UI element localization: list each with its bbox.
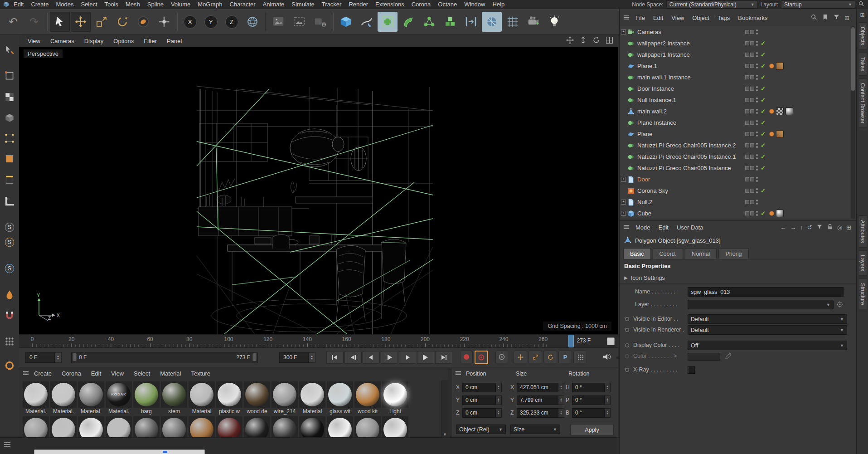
- material-thumbnail[interactable]: [244, 381, 270, 408]
- jump-start-button[interactable]: [326, 351, 344, 364]
- render-check-icon[interactable]: ✓: [761, 97, 766, 103]
- range-start-grip[interactable]: [73, 353, 77, 361]
- material-thumbnail[interactable]: [50, 381, 77, 408]
- object-row-cube[interactable]: +Cube✓: [620, 208, 850, 219]
- material-thumbnail[interactable]: [216, 416, 242, 437]
- size-mode-dropdown[interactable]: Size▼: [510, 425, 560, 434]
- texture-tag-icon[interactable]: [786, 107, 793, 115]
- layer-square[interactable]: [745, 30, 749, 34]
- material-item[interactable]: [354, 416, 382, 437]
- make-editable-button[interactable]: [2, 42, 17, 58]
- deformer-tool-button[interactable]: [398, 12, 418, 32]
- material-item[interactable]: Material.: [78, 381, 105, 415]
- render-check-icon[interactable]: ✓: [761, 108, 766, 115]
- jump-end-button[interactable]: [435, 351, 452, 364]
- layer-square[interactable]: [745, 189, 749, 193]
- menubar-search-icon[interactable]: [858, 0, 864, 8]
- expander-icon[interactable]: +: [621, 200, 626, 205]
- menubar-item-extensions[interactable]: Extensions: [372, 1, 408, 8]
- material-item[interactable]: Material.: [50, 381, 78, 415]
- material-item[interactable]: glass wit: [327, 381, 354, 415]
- layer-square[interactable]: [745, 121, 749, 125]
- material-thumbnail[interactable]: [327, 416, 353, 437]
- back-icon[interactable]: ←: [780, 224, 786, 231]
- object-row-plane-instance[interactable]: Plane Instance✓: [620, 117, 850, 128]
- menubar-item-render[interactable]: Render: [345, 1, 372, 8]
- material-thumbnail[interactable]: [50, 416, 77, 437]
- bookmark-icon[interactable]: [822, 14, 829, 22]
- layer-square[interactable]: [745, 75, 749, 79]
- spinner-arrows-icon[interactable]: ▲▼: [496, 395, 502, 405]
- key-parameter-toggle[interactable]: P: [558, 351, 572, 363]
- material-thumbnail[interactable]: [299, 381, 325, 408]
- object-manager-menu-file[interactable]: File: [631, 15, 649, 21]
- material-thumbnail[interactable]: [327, 381, 353, 408]
- layer-square[interactable]: [750, 132, 754, 136]
- visibility-dots[interactable]: [756, 63, 758, 68]
- material-item[interactable]: [327, 416, 354, 437]
- material-thumbnail[interactable]: [189, 416, 215, 437]
- filter-icon[interactable]: [833, 14, 840, 22]
- keyframe-ring-icon[interactable]: [625, 328, 629, 332]
- object-manager-menu-view[interactable]: View: [667, 15, 688, 21]
- visibility-dots[interactable]: [756, 177, 758, 182]
- spinner-arrows-icon[interactable]: ▲▼: [496, 408, 502, 418]
- spinner-arrows-icon[interactable]: ▲▼: [55, 352, 62, 363]
- primitive-cube-tool-button[interactable]: [336, 12, 356, 32]
- layer-square[interactable]: [750, 121, 754, 125]
- attribute-menu-edit[interactable]: Edit: [655, 224, 673, 231]
- render-view-tool-button[interactable]: [268, 12, 288, 32]
- attribute-menu-icon[interactable]: [623, 224, 630, 231]
- workplane-tool-button[interactable]: [503, 12, 523, 32]
- lock-y-tool-button[interactable]: Y: [201, 12, 221, 32]
- visibility-dots[interactable]: [756, 188, 758, 193]
- visibility-dots[interactable]: [756, 29, 758, 34]
- object-manager-menu-object[interactable]: Object: [688, 15, 713, 21]
- pan-view-icon[interactable]: [566, 36, 574, 45]
- axis-tool-tool-button[interactable]: [154, 12, 174, 32]
- layer-square[interactable]: [745, 87, 749, 91]
- render-check-icon[interactable]: ✓: [761, 85, 766, 92]
- object-row-door-instance[interactable]: Door Instance✓: [620, 83, 850, 94]
- paint-tool-button[interactable]: [2, 287, 17, 303]
- material-item[interactable]: [244, 416, 271, 437]
- material-item[interactable]: [23, 416, 50, 437]
- layer-square[interactable]: [745, 211, 749, 215]
- material-menu-texture[interactable]: Texture: [186, 370, 215, 377]
- layer-square[interactable]: [750, 30, 754, 34]
- material-item[interactable]: [299, 416, 326, 437]
- up-icon[interactable]: ↑: [800, 224, 803, 231]
- menubar-item-tools[interactable]: Tools: [101, 1, 122, 8]
- search-icon[interactable]: [810, 14, 817, 22]
- render-check-icon[interactable]: ✓: [761, 210, 766, 217]
- material-panel-menu-icon[interactable]: [23, 370, 29, 377]
- material-thumbnail[interactable]: [161, 416, 187, 437]
- menubar-item-corona[interactable]: Corona: [408, 1, 435, 8]
- rotate-view-icon[interactable]: [592, 36, 600, 45]
- tab-normal[interactable]: Normal: [685, 248, 717, 259]
- layer-square[interactable]: [750, 41, 754, 45]
- material-item[interactable]: [161, 416, 188, 437]
- lock-icon[interactable]: [827, 224, 833, 231]
- material-thumbnail[interactable]: [23, 416, 49, 437]
- rotate-tool-button[interactable]: [112, 12, 132, 32]
- range-end-grip[interactable]: [252, 353, 257, 361]
- viewport-menu-cameras[interactable]: Cameras: [45, 38, 79, 44]
- subdivision-surface-tool-button[interactable]: [378, 12, 398, 32]
- material-item[interactable]: stem: [161, 381, 188, 415]
- menubar-item-create[interactable]: Create: [27, 1, 52, 8]
- object-row-plane[interactable]: Plane✓: [620, 128, 850, 140]
- tab-basic[interactable]: Basic: [623, 248, 651, 259]
- material-thumbnail[interactable]: KODAK: [106, 381, 132, 408]
- current-frame-spinner[interactable]: 0 F ▲▼: [25, 352, 62, 363]
- expander-icon[interactable]: +: [621, 29, 626, 34]
- key-rotation-toggle[interactable]: [543, 351, 557, 363]
- spinner-arrows-icon[interactable]: ▲▼: [558, 383, 564, 392]
- material-item[interactable]: wood kit: [354, 381, 382, 415]
- layer-square[interactable]: [745, 64, 749, 68]
- undo-tool-button[interactable]: ↶: [3, 12, 23, 32]
- material-thumbnail[interactable]: [272, 416, 298, 437]
- visibility-dots[interactable]: [756, 143, 758, 148]
- live-selection-tool-button[interactable]: [50, 12, 70, 32]
- material-thumbnail[interactable]: [133, 416, 160, 437]
